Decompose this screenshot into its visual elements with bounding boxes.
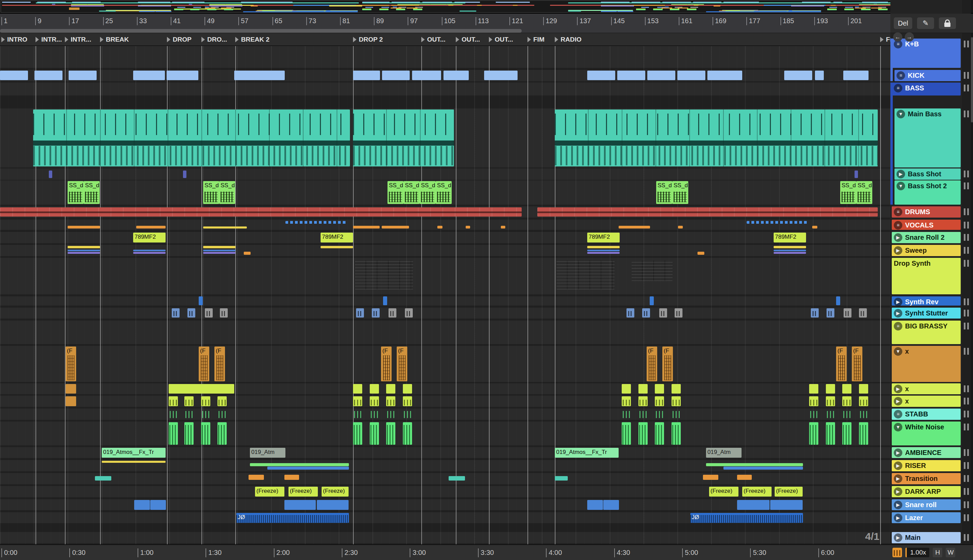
clip-ss[interactable]: SS_d [68, 181, 84, 204]
locator-flag[interactable]: OUT... [456, 35, 480, 44]
clip-xlines[interactable] [842, 396, 851, 406]
clip-ss[interactable]: SS_d [420, 181, 436, 204]
clip-stabbsm[interactable] [370, 410, 379, 419]
clip-orangebit[interactable] [136, 226, 166, 228]
clip-orangebit[interactable] [466, 226, 470, 228]
clip-synthrev[interactable] [199, 297, 203, 305]
track-header-vocals[interactable]: ≡VOCALS [892, 220, 961, 230]
locator-flag[interactable]: OUT... [421, 35, 446, 44]
play-icon[interactable]: ▶ [894, 487, 902, 496]
clip-xsmall[interactable] [672, 384, 681, 393]
menu-icon[interactable]: ≡ [896, 71, 905, 80]
locator-flag[interactable]: INTR... [35, 35, 62, 44]
clip-yellowbit[interactable] [321, 246, 353, 248]
clip-wn[interactable] [201, 422, 210, 445]
locator-flag[interactable]: DRO... [201, 35, 227, 44]
play-icon[interactable]: ▶ [894, 474, 902, 483]
clip-kb[interactable] [647, 71, 675, 80]
locator-flag[interactable]: INTR... [65, 35, 91, 44]
clip-snareblue[interactable] [284, 500, 316, 510]
meter-icon[interactable] [893, 548, 902, 557]
clip-stutterB[interactable] [220, 308, 228, 318]
clip-xlines[interactable] [217, 396, 227, 406]
clip-xsmall[interactable] [826, 384, 835, 393]
clip-bluedots[interactable] [286, 221, 347, 224]
track-header-darkarp[interactable]: ▶DARK ARP [892, 486, 961, 497]
play-icon[interactable]: ▶ [894, 501, 902, 509]
clip-tealsm[interactable] [449, 476, 465, 480]
clip-xlines[interactable] [370, 396, 379, 406]
track-header-bassshot[interactable]: ▶Bass Shot [894, 168, 961, 180]
clip-stutterA[interactable] [372, 308, 380, 318]
track-header-riser[interactable]: ▶RISER [892, 460, 961, 471]
down-icon[interactable]: ▼ [894, 423, 902, 432]
track-header-ambience[interactable]: ▶AMBIENCE [892, 447, 961, 458]
clip-lazer[interactable]: JØ [690, 513, 803, 523]
clip-freeze[interactable]: (Freeze) [322, 487, 349, 497]
play-icon[interactable]: ▶ [894, 513, 902, 522]
clip-stutterB[interactable] [859, 308, 867, 318]
clip-yellowbit[interactable] [774, 246, 806, 248]
locator-flag[interactable]: FI [880, 35, 890, 44]
clip-xorange[interactable]: (F [836, 347, 847, 381]
clip-ss[interactable]: SS_d [840, 181, 856, 204]
clip-bluebit[interactable] [133, 250, 166, 252]
clip-stabbsm[interactable] [353, 410, 362, 419]
clip-snareblue[interactable] [770, 500, 802, 510]
track-header-whitenoise[interactable]: ▼White Noise [892, 422, 961, 445]
locator-flag[interactable]: DROP 2 [353, 35, 383, 44]
clip-kb[interactable] [707, 71, 742, 80]
clip-xsmall[interactable] [370, 384, 379, 393]
locator-flag[interactable]: BREAK [100, 35, 129, 44]
track-header-synthrev[interactable]: ▶Synth Rev [892, 297, 961, 306]
clip-wn[interactable] [672, 422, 681, 445]
clip-xsmall[interactable] [386, 384, 395, 393]
clip-drums[interactable] [537, 207, 878, 217]
clip-stutterA[interactable] [811, 308, 819, 318]
clip-yellowbit[interactable] [587, 246, 620, 248]
clip-orangebit[interactable] [382, 226, 409, 228]
track-header-bassgrp[interactable]: ≡BASS [892, 83, 961, 95]
track-header-snareroll2[interactable]: ▶Snare Roll 2 [892, 232, 961, 243]
clip-orangebit[interactable] [619, 226, 650, 228]
menu-icon[interactable]: ≡ [894, 221, 902, 230]
clip-xorange[interactable]: (F [852, 347, 863, 381]
track-header-x1[interactable]: ▼x [892, 346, 961, 382]
playback-speed[interactable]: 1.00x [905, 548, 929, 557]
clip-stutterB[interactable] [844, 308, 851, 318]
clip-snareblue[interactable] [134, 500, 150, 510]
menu-icon[interactable]: ≡ [894, 322, 902, 330]
locator-flag[interactable]: RADIO [555, 35, 582, 44]
clip-orangebit[interactable] [284, 475, 299, 480]
clip-stutterB[interactable] [405, 308, 413, 318]
clip-mf2[interactable]: 789MF2 [321, 233, 353, 242]
clip-amb[interactable]: 019_Atmos__Fx_Tr [102, 448, 166, 458]
clip-xlines[interactable] [201, 396, 210, 406]
clip-xsmall[interactable] [655, 384, 664, 393]
clip-ambgray[interactable]: 019_Atm [706, 448, 742, 458]
play-icon[interactable]: ▶ [894, 448, 902, 457]
track-header-mainbass[interactable]: ▼Main Bass [894, 108, 961, 167]
clip-risergreen[interactable] [250, 463, 349, 466]
clip-kb[interactable] [35, 71, 62, 80]
locator-flag[interactable]: DROP [167, 35, 192, 44]
track-header-x3[interactable]: ▶x [892, 396, 961, 407]
clip-drums[interactable] [0, 207, 522, 217]
clip-wn[interactable] [403, 422, 412, 445]
delete-button[interactable]: Del [894, 17, 912, 29]
menu-icon[interactable]: ≡ [894, 208, 902, 216]
track-header-kick[interactable]: ≡KICK [894, 70, 961, 81]
clip-bluebit[interactable] [774, 250, 806, 252]
locator-flag[interactable]: OUT... [489, 35, 513, 44]
play-icon[interactable]: ▶ [894, 533, 902, 542]
clip-stabbsm[interactable] [169, 410, 178, 419]
clip-xlines[interactable] [184, 396, 194, 406]
clip-stabbsm[interactable] [842, 410, 851, 419]
clip-bass[interactable] [555, 110, 878, 167]
track-header-sweep[interactable]: ▶Sweep [892, 245, 961, 256]
clip-stutterB[interactable] [675, 308, 682, 318]
clip-stutterA[interactable] [172, 308, 180, 318]
clip-wn[interactable] [842, 422, 851, 445]
clip-purplebit[interactable] [774, 252, 806, 254]
clip-riserblue[interactable] [267, 467, 349, 470]
